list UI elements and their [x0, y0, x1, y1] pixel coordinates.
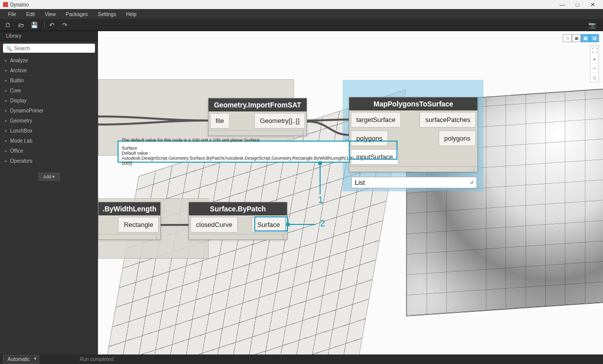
- zoom-in-button[interactable]: +: [590, 55, 598, 64]
- menu-file[interactable]: File: [3, 12, 21, 17]
- statusbar: Automatic Run completed.: [0, 354, 603, 364]
- port-rectangle[interactable]: Rectangle: [118, 217, 159, 232]
- zoom-controls: ⛶ + − ⌂: [590, 45, 599, 82]
- highlight-surface-output: [254, 216, 288, 231]
- highlight-input-surface: [349, 141, 397, 160]
- port-target-surface[interactable]: targetSurface: [351, 112, 401, 128]
- node-output-preview[interactable]: List ◢: [351, 177, 477, 188]
- toolbar-separator: [44, 22, 45, 29]
- node-title: MapPolygonsToSurface: [349, 97, 477, 110]
- menu-packages[interactable]: Packages: [61, 12, 93, 17]
- search-icon: 🔍: [6, 46, 12, 51]
- node-rect-bywidthlength[interactable]: .ByWidthLength Rectangle |: [98, 202, 161, 240]
- lib-geometry[interactable]: Geometry: [0, 115, 98, 126]
- graph-canvas[interactable]: UVmapping_Custom-Node.dyn* ✕ Geometry.Im…: [98, 31, 603, 354]
- node-title: Geometry.ImportFromSAT: [209, 98, 307, 111]
- port-closed-curve[interactable]: closedCurve: [190, 217, 238, 232]
- node-footer: |: [209, 130, 307, 135]
- callout-label-2: 2: [320, 218, 325, 229]
- lib-office[interactable]: Office: [0, 146, 98, 156]
- status-message: Run completed.: [79, 356, 115, 362]
- port-polygons-out[interactable]: polygons: [439, 131, 476, 146]
- lib-analyze[interactable]: Analyze: [0, 55, 98, 65]
- lib-display[interactable]: Display: [0, 95, 98, 105]
- lib-lunchbox[interactable]: LunchBox: [0, 126, 98, 136]
- menu-view[interactable]: View: [40, 12, 61, 17]
- view-wire-icon[interactable]: ▣: [572, 34, 581, 42]
- menubar: File Edit View Packages Settings Help: [0, 9, 603, 19]
- menu-settings[interactable]: Settings: [93, 12, 121, 17]
- window-minimize-button[interactable]: —: [555, 2, 570, 8]
- lib-builtin[interactable]: Builtin: [0, 75, 98, 85]
- port-file[interactable]: file: [210, 113, 230, 129]
- view-combined-icon[interactable]: ▤: [590, 34, 599, 42]
- lib-dynamoprimer[interactable]: DynamoPrimer: [0, 105, 98, 115]
- search-input[interactable]: 🔍 Search: [3, 44, 95, 53]
- callout-line-1: [320, 163, 321, 194]
- node-import-from-sat[interactable]: Geometry.ImportFromSAT file Geometry[]..…: [208, 98, 307, 136]
- window-close-button[interactable]: ✕: [585, 2, 600, 8]
- lib-operators[interactable]: Operators: [0, 156, 98, 166]
- node-title: .ByWidthLength: [98, 202, 160, 215]
- app-title: Dynamo: [10, 2, 29, 8]
- node-footer: |: [349, 166, 477, 171]
- redo-icon[interactable]: ↷: [60, 21, 70, 30]
- camera-icon[interactable]: 📷: [587, 21, 597, 30]
- open-file-icon[interactable]: 🗁: [16, 21, 26, 30]
- search-placeholder: Search: [14, 46, 30, 51]
- save-icon[interactable]: 💾: [29, 21, 39, 30]
- lib-core[interactable]: Core: [0, 85, 98, 95]
- add-button[interactable]: Add ▾: [39, 173, 60, 181]
- tooltip-type: Surface: [122, 146, 346, 151]
- resize-grip-icon[interactable]: ◢: [469, 179, 473, 186]
- zoom-fit-button[interactable]: ⛶: [590, 46, 598, 55]
- lib-modelab[interactable]: Mode Lab: [0, 136, 98, 146]
- menu-help[interactable]: Help: [121, 12, 142, 17]
- library-label: Library: [3, 33, 25, 39]
- node-footer: |: [98, 234, 160, 239]
- port-geometry-out[interactable]: Geometry[]..[]: [254, 113, 305, 129]
- node-footer: |: [189, 234, 287, 239]
- new-file-icon[interactable]: 🗋: [3, 21, 13, 30]
- tooltip-line1: The default value for this node is a 100…: [122, 138, 346, 143]
- window-maximize-button[interactable]: □: [570, 2, 585, 8]
- port-surface-patches[interactable]: surfacePatches: [420, 112, 476, 128]
- node-map-polygons[interactable]: MapPolygonsToSurface targetSurface surfa…: [349, 97, 478, 172]
- tabs-row: Library: [0, 31, 98, 41]
- undo-icon[interactable]: ↶: [47, 21, 57, 30]
- run-mode-dropdown[interactable]: Automatic: [3, 355, 39, 363]
- tooltip-default: Default value : Autodesk.DesignScript.Ge…: [122, 151, 346, 166]
- lib-archive[interactable]: Archive: [0, 65, 98, 75]
- tooltip-default-value: The default value for this node is a 100…: [118, 141, 350, 163]
- view-mode-toggle: ◇ ▣ ▦ ▤: [563, 34, 599, 42]
- callout-line-2: [288, 224, 316, 225]
- zoom-out-button[interactable]: −: [590, 64, 598, 73]
- app-logo-icon: [3, 2, 8, 7]
- view-3d-icon[interactable]: ◇: [563, 34, 572, 42]
- output-preview-text: List: [355, 179, 365, 186]
- titlebar: Dynamo — □ ✕: [0, 0, 603, 9]
- menu-edit[interactable]: Edit: [21, 12, 40, 17]
- node-title: Surface.ByPatch: [189, 202, 287, 215]
- view-graph-icon[interactable]: ▦: [581, 34, 590, 42]
- callout-label-1: 1: [318, 195, 323, 205]
- sidebar: Library 🔍 Search Analyze Archive Builtin…: [0, 31, 98, 354]
- zoom-home-button[interactable]: ⌂: [590, 73, 598, 82]
- toolbar: 🗋 🗁 💾 ↶ ↷ 📷: [0, 19, 603, 31]
